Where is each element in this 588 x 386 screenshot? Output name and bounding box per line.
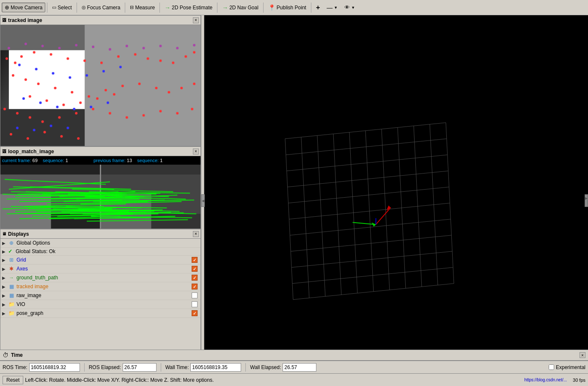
displays-close[interactable]: × — [193, 231, 199, 237]
vio-checkbox[interactable] — [192, 301, 198, 307]
axes-checkbox-container — [190, 266, 199, 272]
loop-match-title-label: loop_match_image — [8, 149, 54, 154]
ground-truth-checkbox[interactable] — [192, 275, 198, 281]
axes-label: Axes — [16, 266, 28, 272]
display-item-axes[interactable]: ▶ ✱ Axes — [0, 265, 201, 273]
tracked-image-title: 🖼 tracked image — [2, 17, 42, 23]
reset-button[interactable]: Reset — [3, 376, 23, 384]
left-panel: 🖼 tracked image × 🖼 loop_match_image — [0, 15, 201, 386]
pose-graph-icon: 📁 — [8, 310, 15, 317]
measure-label: Measure — [135, 5, 155, 11]
add-button[interactable]: + — [313, 2, 323, 13]
publish-point-icon: 📍 — [268, 4, 275, 11]
loop-match-panel: 🖼 loop_match_image × current frame: 69 s… — [0, 146, 201, 229]
select-button[interactable]: ▭ Select — [49, 3, 74, 12]
time-icon: ⏱ — [3, 352, 8, 358]
focus-camera-label: Focus Camera — [87, 5, 121, 11]
nav-goal-icon: → — [222, 4, 228, 11]
time-bar: ⏱ Time × — [0, 350, 588, 361]
ros-elapsed-input[interactable] — [123, 363, 157, 372]
toolbar-separator-3 — [125, 3, 125, 13]
tracked-image-display-label: tracked image — [16, 284, 48, 290]
experimental-field: Experimental — [549, 364, 585, 370]
toolbar-separator-2 — [77, 3, 77, 13]
measure-button[interactable]: ⊟ Measure — [127, 3, 158, 12]
displays-title: 🖥 Displays — [2, 231, 29, 237]
toolbar-separator-1 — [47, 3, 47, 13]
tracked-image-checkbox-container — [190, 284, 199, 290]
experimental-label: Experimental — [556, 364, 585, 370]
resize-arrow: ◀ — [201, 194, 205, 207]
help-text: Left-Click: Rotate. Middle-Click: Move X… — [25, 377, 214, 383]
display-item-global-status[interactable]: ▶ ✓ Global Status: Ok — [0, 248, 201, 256]
arrow-icon-9: ▶ — [2, 311, 5, 316]
display-item-grid[interactable]: ▶ ⊞ Grid — [0, 256, 201, 265]
move-camera-button[interactable]: ⊕ Move Camera — [2, 3, 45, 12]
pose-graph-checkbox[interactable] — [192, 310, 198, 316]
pose-estimate-label: 2D Pose Estimate — [172, 5, 212, 11]
raw-image-checkbox-container — [190, 292, 199, 298]
viewport-scroll-handle[interactable]: ▶ — [585, 194, 588, 207]
eye-dropdown-button[interactable]: 👁 ▼ — [341, 3, 358, 12]
tracked-image-title-label: tracked image — [8, 17, 42, 23]
viewport-3d-panel[interactable]: ▶ — [204, 15, 588, 386]
minus-icon: — — [327, 4, 332, 11]
time-close-button[interactable]: × — [580, 352, 585, 358]
tracked-image-panel: 🖼 tracked image × — [0, 15, 201, 146]
ros-elapsed-field: ROS Elapsed: — [89, 363, 157, 372]
tracked-image-close[interactable]: × — [193, 17, 199, 23]
wall-time-input[interactable] — [190, 363, 241, 372]
wall-elapsed-label: Wall Elapsed: — [250, 364, 281, 370]
grid-checkbox[interactable] — [192, 257, 198, 263]
global-status-label: Global Status: Ok — [16, 248, 55, 254]
arrow-icon-4: ▶ — [2, 267, 5, 271]
raw-image-checkbox[interactable] — [192, 292, 198, 298]
minus-dropdown-arrow: ▼ — [334, 6, 338, 10]
toolbar: ⊕ Move Camera ▭ Select ◎ Focus Camera ⊟ … — [0, 0, 588, 15]
focus-camera-button[interactable]: ◎ Focus Camera — [79, 3, 124, 12]
tracked-image-canvas[interactable] — [0, 25, 201, 146]
experimental-checkbox[interactable] — [549, 364, 554, 370]
eye-dropdown-arrow: ▼ — [351, 6, 355, 10]
tracked-image-checkbox[interactable] — [192, 284, 198, 290]
eye-icon: 👁 — [344, 4, 350, 11]
loop-match-close[interactable]: × — [193, 149, 199, 154]
image-icon: ▦ — [8, 283, 15, 290]
vio-checkbox-container — [190, 301, 199, 307]
globe-icon: ⊕ — [8, 240, 15, 246]
wall-elapsed-field: Wall Elapsed: — [250, 363, 316, 372]
pose-estimate-button[interactable]: → 2D Pose Estimate — [162, 3, 215, 13]
3d-scene-canvas[interactable] — [204, 15, 588, 386]
panel-resize-handle[interactable]: ◀ — [201, 15, 204, 386]
time-label: Time — [11, 352, 23, 358]
publish-point-button[interactable]: 📍 Publish Point — [265, 3, 309, 13]
loop-match-canvas[interactable] — [0, 165, 201, 229]
fps-label: 30 fps — [573, 378, 585, 383]
display-item-pose-graph[interactable]: ▶ 📁 pose_graph — [0, 309, 201, 318]
arrow-icon-6: ▶ — [2, 284, 5, 289]
loop-match-info: current frame: 69 sequence: 1 previous f… — [0, 156, 201, 165]
display-item-tracked-image[interactable]: ▶ ▦ tracked image — [0, 282, 201, 291]
loop-match-titlebar: 🖼 loop_match_image × — [0, 147, 201, 156]
main-area: 🖼 tracked image × 🖼 loop_match_image — [0, 15, 588, 386]
vio-icon: 📁 — [8, 301, 15, 308]
display-item-vio[interactable]: ▶ 📁 VIO — [0, 300, 201, 309]
toolbar-separator-4 — [159, 3, 160, 13]
displays-list: ▶ ⊕ Global Options ▶ ✓ Global Status: Ok — [0, 239, 201, 367]
display-item-ground-truth[interactable]: ▶ → ground_truth_path — [0, 273, 201, 282]
wall-elapsed-input[interactable] — [283, 363, 316, 372]
panel-icon-2: 🖼 — [2, 149, 6, 154]
raw-image-icon: ▦ — [8, 292, 15, 299]
axes-checkbox[interactable] — [192, 266, 198, 272]
grid-checkbox-container — [190, 257, 199, 263]
ros-elapsed-label: ROS Elapsed: — [89, 364, 121, 370]
nav-goal-button[interactable]: → 2D Nav Goal — [219, 3, 261, 13]
nav-goal-label: 2D Nav Goal — [229, 5, 258, 11]
status-bar: ROS Time: ROS Elapsed: Wall Time: Wall E… — [0, 361, 588, 373]
minus-dropdown-button[interactable]: — ▼ — [324, 3, 341, 13]
display-item-raw-image[interactable]: ▶ ▦ raw_image — [0, 291, 201, 300]
arrow-icon-3: ▶ — [2, 258, 5, 262]
display-item-global-options[interactable]: ▶ ⊕ Global Options — [0, 239, 201, 248]
move-camera-label: Move Camera — [11, 5, 42, 11]
ros-time-input[interactable] — [29, 363, 80, 372]
